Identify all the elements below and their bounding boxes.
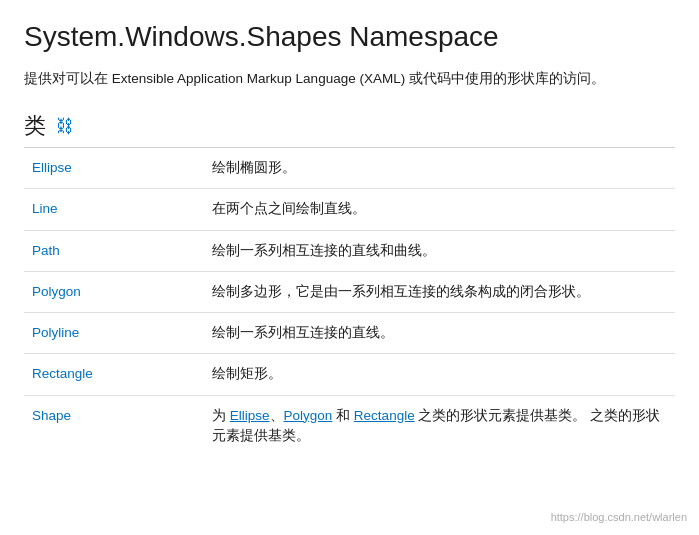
class-name-cell[interactable]: Rectangle	[24, 354, 204, 395]
class-name-cell[interactable]: Path	[24, 230, 204, 271]
table-row: Line在两个点之间绘制直线。	[24, 189, 675, 230]
table-row: Path绘制一系列相互连接的直线和曲线。	[24, 230, 675, 271]
table-row: Polygon绘制多边形，它是由一系列相互连接的线条构成的闭合形状。	[24, 271, 675, 312]
class-name-cell[interactable]: Polyline	[24, 313, 204, 354]
page-title: System.Windows.Shapes Namespace	[24, 20, 675, 54]
class-table: Ellipse绘制椭圆形。Line在两个点之间绘制直线。Path绘制一系列相互连…	[24, 148, 675, 456]
class-link[interactable]: Path	[32, 243, 60, 258]
class-description-cell: 绘制椭圆形。	[204, 148, 675, 189]
class-description-cell: 在两个点之间绘制直线。	[204, 189, 675, 230]
watermark: https://blog.csdn.net/wlarlen	[551, 511, 687, 523]
page-subtitle: 提供对可以在 Extensible Application Markup Lan…	[24, 68, 675, 90]
class-description-cell: 绘制一系列相互连接的直线和曲线。	[204, 230, 675, 271]
table-row: Rectangle绘制矩形。	[24, 354, 675, 395]
class-description-cell: 为 Ellipse、Polygon 和 Rectangle 之类的形状元素提供基…	[204, 395, 675, 456]
link-icon[interactable]: ⛓	[56, 116, 74, 137]
class-link[interactable]: Rectangle	[32, 366, 93, 381]
section-title: 类	[24, 111, 46, 141]
class-link[interactable]: Line	[32, 201, 58, 216]
table-row: Ellipse绘制椭圆形。	[24, 148, 675, 189]
inline-class-link[interactable]: Ellipse	[230, 408, 270, 423]
class-name-cell[interactable]: Line	[24, 189, 204, 230]
class-link[interactable]: Ellipse	[32, 160, 72, 175]
class-description-cell: 绘制矩形。	[204, 354, 675, 395]
class-description-cell: 绘制多边形，它是由一系列相互连接的线条构成的闭合形状。	[204, 271, 675, 312]
section-header: 类 ⛓	[24, 111, 675, 141]
class-name-cell[interactable]: Ellipse	[24, 148, 204, 189]
table-row: Polyline绘制一系列相互连接的直线。	[24, 313, 675, 354]
class-link[interactable]: Polyline	[32, 325, 79, 340]
inline-class-link[interactable]: Rectangle	[354, 408, 415, 423]
class-name-cell[interactable]: Shape	[24, 395, 204, 456]
class-description-cell: 绘制一系列相互连接的直线。	[204, 313, 675, 354]
table-row: Shape为 Ellipse、Polygon 和 Rectangle 之类的形状…	[24, 395, 675, 456]
inline-class-link[interactable]: Polygon	[284, 408, 333, 423]
class-link[interactable]: Polygon	[32, 284, 81, 299]
class-link[interactable]: Shape	[32, 408, 71, 423]
class-name-cell[interactable]: Polygon	[24, 271, 204, 312]
